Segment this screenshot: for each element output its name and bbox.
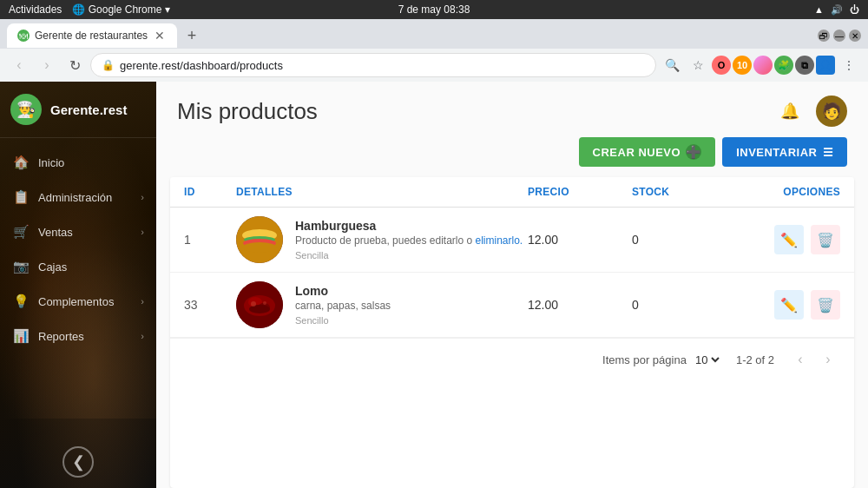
complementos-icon: 💡 [12, 293, 30, 310]
tab-title: Gerente de restaurantes [35, 30, 148, 42]
minimize-button[interactable]: — [833, 30, 845, 42]
sidebar-item-inicio[interactable]: 🏠 Inicio [0, 145, 156, 180]
sidebar-label-administracion: Administración [38, 191, 132, 204]
more-options-icon[interactable]: ⋮ [837, 53, 861, 77]
th-opciones: Opciones [719, 186, 840, 198]
user-avatar-button[interactable]: 🧑 [816, 96, 847, 127]
ext-puzzle-icon[interactable]: ⧉ [795, 56, 814, 75]
pagination-range: 1-2 of 2 [736, 353, 774, 366]
wifi-icon: ▲ [814, 4, 824, 15]
activities-label[interactable]: Actividades [9, 3, 62, 16]
sidebar-item-ventas[interactable]: 🛒 Ventas › [0, 214, 156, 249]
inventariar-button[interactable]: INVENTARIAR ☰ [722, 137, 847, 167]
product-image-lomo [236, 281, 283, 328]
cajas-icon: 📷 [12, 258, 30, 275]
forward-button[interactable]: › [35, 53, 59, 77]
browser-tab[interactable]: 🍽 Gerente de restaurantes ✕ [7, 23, 177, 48]
lock-icon: 🔒 [102, 59, 115, 71]
complementos-chevron-icon: › [141, 296, 144, 307]
product-category-33: Sencillo [295, 315, 391, 326]
os-bar: Actividades 🌐 Google Chrome ▾ 7 de may 0… [0, 0, 868, 19]
back-button[interactable]: ‹ [7, 53, 31, 77]
header-actions: 🔔 🧑 [774, 96, 847, 127]
search-icon[interactable]: 🔍 [660, 53, 684, 77]
row-opciones-1: ✏️ 🗑️ [719, 225, 840, 254]
sidebar-navigation: 🏠 Inicio 📋 Administración › 🛒 Ventas › 📷… [0, 138, 156, 436]
delete-button-33[interactable]: 🗑️ [811, 290, 840, 320]
main-content: Mis productos 🔔 🧑 CREAR NUEVO ➕ INVENTAR… [156, 82, 868, 488]
pagination-prev-button[interactable]: ‹ [788, 347, 812, 372]
edit-button-33[interactable]: ✏️ [774, 290, 804, 320]
sidebar-header: 👨‍🍳 Gerente.rest [0, 82, 156, 138]
th-id: ID [184, 186, 236, 198]
sidebar-label-ventas: Ventas [38, 226, 132, 239]
browser-chrome: 🍽 Gerente de restaurantes ✕ + 🗗 — ✕ ‹ › … [0, 19, 868, 82]
product-desc-link-1[interactable]: eliminarlo. [475, 234, 523, 247]
page-title: Mis productos [177, 98, 318, 125]
power-icon[interactable]: ⏻ [850, 4, 859, 15]
back-navigation-button[interactable]: ❮ [62, 446, 94, 478]
row-stock-33: 0 [632, 298, 719, 312]
trash-icon: 🗑️ [817, 297, 834, 313]
edit-icon: ✏️ [780, 297, 798, 313]
row-opciones-33: ✏️ 🗑️ [719, 290, 840, 320]
crear-label: CREAR NUEVO [593, 146, 681, 159]
pagination-next-button[interactable]: › [816, 347, 840, 372]
browser-icon: 🌐 [72, 3, 85, 16]
volume-icon: 🔊 [831, 4, 843, 16]
ext-green-icon[interactable]: 🧩 [774, 56, 793, 75]
sidebar-label-complementos: Complementos [38, 295, 132, 308]
tab-close-button[interactable]: ✕ [153, 29, 167, 43]
address-bar[interactable]: 🔒 gerente.rest/dashboard/products [90, 53, 656, 77]
th-precio: Precio [528, 186, 632, 198]
edit-icon: ✏️ [780, 232, 798, 248]
sidebar-item-administracion[interactable]: 📋 Administración › [0, 180, 156, 214]
table-row: 33 Lomo [170, 273, 854, 338]
edit-button-1[interactable]: ✏️ [774, 225, 804, 254]
ext-orange-icon[interactable]: 10 [733, 56, 752, 75]
window-controls: 🗗 — ✕ [818, 30, 861, 42]
toolbar: CREAR NUEVO ➕ INVENTARIAR ☰ [156, 134, 868, 177]
reportes-icon: 📊 [12, 327, 30, 345]
sidebar-item-reportes[interactable]: 📊 Reportes › [0, 319, 156, 353]
tab-favicon: 🍽 [17, 30, 30, 42]
svg-point-11 [263, 301, 266, 305]
svg-point-10 [251, 301, 256, 307]
favicon-icon: 🍽 [19, 31, 28, 41]
os-system-tray: ▲ 🔊 ⏻ [814, 4, 859, 16]
user-profile-icon[interactable]: 👤 [816, 56, 835, 75]
reload-button[interactable]: ↻ [62, 53, 87, 77]
product-category-1: Sencilla [295, 250, 523, 260]
nav-bar: ‹ › ↻ 🔒 gerente.rest/dashboard/products … [0, 49, 868, 82]
close-button[interactable]: ✕ [849, 30, 861, 42]
back-arrow-icon: ❮ [72, 452, 85, 472]
sidebar-title: Gerente.rest [50, 102, 127, 117]
product-desc-33: carna, papas, salsas [295, 300, 391, 312]
app-layout: 👨‍🍳 Gerente.rest 🏠 Inicio 📋 Administraci… [0, 82, 868, 488]
pagination: Items por página 10 25 50 1-2 of 2 ‹ › [170, 338, 854, 380]
ext-opera-icon[interactable]: O [712, 56, 731, 75]
bookmark-icon[interactable]: ☆ [686, 53, 710, 77]
sidebar-item-cajas[interactable]: 📷 Cajas [0, 249, 156, 284]
notification-bell-button[interactable]: 🔔 [774, 96, 806, 127]
new-tab-button[interactable]: + [181, 24, 203, 47]
lomo-svg [236, 281, 283, 328]
inventariar-label: INVENTARIAR [736, 146, 817, 159]
row-stock-1: 0 [632, 233, 719, 247]
ext-gradient-icon[interactable] [753, 56, 773, 75]
product-name-33: Lomo [295, 284, 391, 298]
bell-icon: 🔔 [780, 102, 799, 121]
dropdown-arrow: ▾ [165, 3, 170, 16]
delete-button-1[interactable]: 🗑️ [811, 225, 840, 254]
crear-nuevo-button[interactable]: CREAR NUEVO ➕ [579, 137, 716, 167]
sidebar-content: 👨‍🍳 Gerente.rest 🏠 Inicio 📋 Administraci… [0, 82, 156, 488]
product-image-hamburguesa [236, 216, 283, 263]
sidebar-item-complementos[interactable]: 💡 Complementos › [0, 284, 156, 319]
browser-label[interactable]: 🌐 Google Chrome ▾ [72, 3, 169, 16]
os-datetime: 7 de may 08:38 [398, 3, 470, 16]
svg-point-4 [242, 242, 277, 253]
window-icon-button[interactable]: 🗗 [818, 30, 830, 42]
product-name-1: Hamburguesa [295, 219, 523, 233]
items-per-page-select[interactable]: 10 25 50 [692, 353, 722, 367]
pagination-navigation: ‹ › [788, 347, 840, 372]
